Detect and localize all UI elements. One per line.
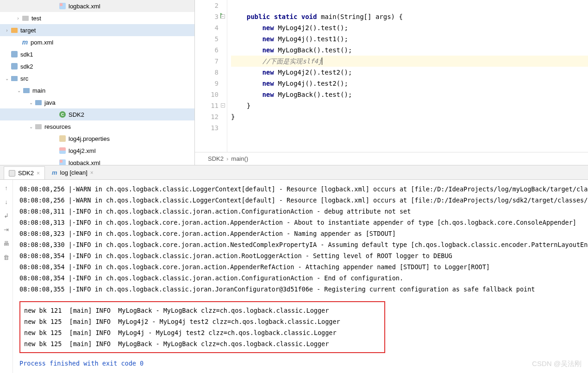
tree-item[interactable]: mpom.xml <box>0 36 194 48</box>
fold-icon[interactable]: − <box>221 14 225 19</box>
clear-icon[interactable]: 🗑 <box>2 253 11 261</box>
console-line: 08:08:08,354 |-INFO in ch.qos.logback.co… <box>19 261 582 272</box>
console-line: 08:08:08,311 |-INFO in ch.qos.logback.cl… <box>19 206 582 217</box>
highlighted-output: new bk 121 [main] INFO MyLogBack - MyLog… <box>19 301 385 353</box>
exit-message: Process finished with exit code 0 <box>19 358 582 369</box>
scroll-to-end-icon[interactable]: ⇥ <box>2 225 11 234</box>
maven-icon: m <box>21 38 29 46</box>
tree-item[interactable]: ›target <box>0 24 194 36</box>
tree-item[interactable]: logback.xml <box>0 157 194 165</box>
gutter-line: 11− <box>195 100 219 111</box>
tree-label: log4j2.xml <box>69 147 96 154</box>
tree-arrow-icon[interactable]: ⌄ <box>28 100 34 105</box>
tree-label: pom.xml <box>31 39 53 46</box>
console-line: 08:08:08,313 |-INFO in ch.qos.logback.co… <box>19 217 582 228</box>
console-line: 08:08:08,330 |-INFO in ch.qos.logback.co… <box>19 239 582 250</box>
folder-icon <box>10 50 19 58</box>
console-line: 08:08:08,256 |-WARN in ch.qos.logback.cl… <box>19 195 582 206</box>
console-toolbar: ↑ ↓ ↲ ⇥ 🖶 🗑 <box>0 180 13 373</box>
code-lines[interactable]: public static void main(String[] args) {… <box>227 0 588 152</box>
gutter-line: 12 <box>195 111 219 122</box>
folder-icon <box>58 134 67 143</box>
folder-icon <box>58 158 67 165</box>
soft-wrap-icon[interactable]: ↲ <box>2 211 11 220</box>
folder-icon <box>10 26 19 34</box>
gutter-line: 4 <box>195 22 219 33</box>
console-line: 08:08:08,256 |-WARN in ch.qos.logback.cl… <box>19 183 582 195</box>
console-line: new bk 121 [main] INFO MyLogBack - MyLog… <box>24 305 381 316</box>
tree-item[interactable]: log4j2.xml <box>0 145 194 157</box>
breadcrumb-item[interactable]: SDK2 <box>208 155 224 162</box>
gutter-line: 9 <box>195 78 219 89</box>
maven-icon: m <box>52 169 57 176</box>
tree-label: log4j.properties <box>69 135 110 142</box>
console-line: 08:08:08,354 |-INFO in ch.qos.logback.cl… <box>19 250 582 261</box>
tree-arrow-icon[interactable]: › <box>4 28 10 33</box>
code-text <box>231 13 247 20</box>
tree-item[interactable]: ⌄main <box>0 84 194 96</box>
project-tree[interactable]: logback.xml›test›targetmpom.xmlsdk1sdk2⌄… <box>0 0 194 165</box>
folder-icon <box>34 98 43 107</box>
run-tabs: SDK2 × m log [clean] × <box>0 165 588 180</box>
fold-icon[interactable]: − <box>221 103 225 107</box>
console-line: 08:08:08,355 |-INFO in ch.qos.logback.cl… <box>19 284 582 295</box>
breadcrumb-sep: › <box>226 155 228 162</box>
scroll-up-icon[interactable]: ↑ <box>2 183 11 192</box>
gutter-line: 5 <box>195 33 219 44</box>
close-icon[interactable]: × <box>90 170 94 176</box>
keyword: public <box>247 13 270 20</box>
tree-label: java <box>44 99 56 106</box>
tree-label: src <box>20 75 28 82</box>
tree-label: sdk1 <box>20 51 33 58</box>
folder-icon <box>10 62 19 70</box>
console-line: new bk 125 [main] INFO MyLog4j - MyLog4j… <box>24 327 381 338</box>
tree-label: target <box>20 27 36 34</box>
tree-item[interactable]: ⌄resources <box>0 120 194 133</box>
class-icon: C <box>58 110 67 119</box>
folder-icon <box>58 146 67 155</box>
folder-icon <box>22 86 31 95</box>
tree-item[interactable]: sdk2 <box>0 60 194 72</box>
tree-arrow-icon[interactable]: ⌄ <box>28 124 34 129</box>
tree-item[interactable]: ⌄java <box>0 96 194 108</box>
console-line: 08:08:08,323 |-INFO in ch.qos.logback.co… <box>19 228 582 239</box>
tree-label: resources <box>44 123 71 130</box>
tree-arrow-icon[interactable]: ⌄ <box>4 76 10 81</box>
close-icon[interactable]: × <box>37 170 40 177</box>
console-line: 08:08:08,354 |-INFO in ch.qos.logback.cl… <box>19 272 582 284</box>
tree-item[interactable]: sdk1 <box>0 48 194 60</box>
run-tab-sdk2[interactable]: SDK2 × <box>4 166 45 179</box>
gutter-line: 13 <box>195 122 219 133</box>
scroll-down-icon[interactable]: ↓ <box>2 197 11 206</box>
tree-item[interactable]: ⌄src <box>0 72 194 84</box>
folder-icon <box>34 122 43 131</box>
folder-icon <box>10 74 19 82</box>
console-icon <box>9 170 15 177</box>
tree-item[interactable]: logback.xml <box>0 0 194 12</box>
tree-label: logback.xml <box>69 3 100 10</box>
tree-label: SDK2 <box>69 111 84 118</box>
tree-arrow-icon[interactable]: › <box>15 16 21 21</box>
folder-icon <box>58 2 67 10</box>
console-output[interactable]: 08:08:08,256 |-WARN in ch.qos.logback.cl… <box>13 180 588 373</box>
tree-label: test <box>31 15 41 22</box>
tree-arrow-icon[interactable]: ⌄ <box>16 88 22 93</box>
console-line: new bk 125 [main] INFO MyLog4j2 - MyLog4… <box>24 316 381 327</box>
tree-item[interactable]: CSDK2 <box>0 108 194 120</box>
tree-label: logback.xml <box>69 159 100 165</box>
run-tab-log[interactable]: m log [clean] × <box>47 166 99 179</box>
gutter-line: 10 <box>195 89 219 100</box>
tree-item[interactable]: log4j.properties <box>0 133 194 145</box>
gutter-line: 2 <box>195 0 219 11</box>
tree-label: sdk2 <box>20 63 33 70</box>
tree-label: main <box>32 87 45 94</box>
print-icon[interactable]: 🖶 <box>2 239 11 247</box>
gutter-line: 8 <box>195 67 219 78</box>
folder-icon <box>21 14 30 22</box>
gutter: 23−4567891011−1213 <box>195 0 227 152</box>
tab-label: log [clean] <box>60 169 88 176</box>
tree-item[interactable]: ›test <box>0 12 194 24</box>
breadcrumb-item[interactable]: main() <box>231 155 248 162</box>
breadcrumb[interactable]: SDK2 › main() <box>195 152 588 165</box>
tab-label: SDK2 <box>18 170 34 177</box>
